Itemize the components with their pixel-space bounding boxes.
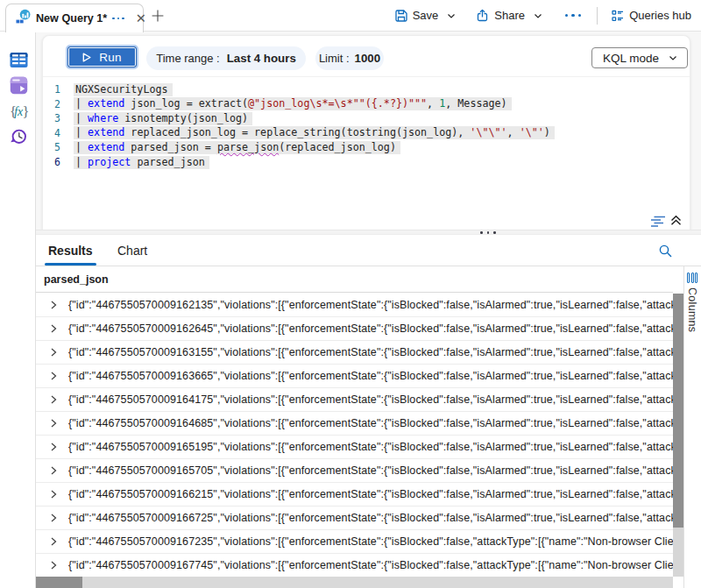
row-json-text: {"id":"4467550570009166215","violations"… <box>68 488 673 500</box>
line-number: 2 <box>43 98 60 110</box>
expand-row-icon[interactable] <box>49 419 58 428</box>
vertical-scrollbar-thumb[interactable] <box>673 294 683 528</box>
tab-results[interactable]: Results <box>48 235 93 266</box>
horizontal-scrollbar-thumb[interactable] <box>36 577 82 588</box>
row-json-text: {"id":"4467550570009167745","violations"… <box>68 559 673 571</box>
columns-icon <box>687 273 697 283</box>
expand-row-icon[interactable] <box>49 514 58 522</box>
result-row-9[interactable]: {"id":"4467550570009166215","violations"… <box>36 483 673 507</box>
editor-line-3: 3| where isnotempty(json_log) <box>43 111 690 126</box>
result-row-6[interactable]: {"id":"4467550570009164685","violations"… <box>36 412 673 436</box>
expand-row-icon[interactable] <box>49 490 58 499</box>
row-json-text: {"id":"4467550570009166725","violations"… <box>68 512 673 524</box>
code-line: | project parsed_json <box>74 156 209 169</box>
query-mode-select[interactable]: KQL mode <box>591 47 688 68</box>
result-row-2[interactable]: {"id":"4467550570009162645","violations"… <box>36 317 673 341</box>
code-line: | extend json_log = extract(@"json_log\s… <box>74 97 512 110</box>
result-row-3[interactable]: {"id":"4467550570009163155","violations"… <box>36 341 673 365</box>
run-button[interactable]: Run <box>67 46 137 67</box>
editor-line-2: 2| extend json_log = extract(@"json_log\… <box>43 96 690 111</box>
result-row-11[interactable]: {"id":"4467550570009167235","violations"… <box>36 530 673 554</box>
active-tab-indicator <box>45 263 96 266</box>
svg-text:}: } <box>23 103 29 120</box>
query-editor[interactable]: 1NGXSecurityLogs2| extend json_log = ext… <box>43 77 690 230</box>
vertical-scrollbar[interactable] <box>673 294 683 577</box>
columns-panel-label: Columns <box>686 287 698 332</box>
queries-icon[interactable] <box>7 74 30 96</box>
code-line: | where isnotempty(json_log) <box>74 112 253 125</box>
result-row-12[interactable]: {"id":"4467550570009167745","violations"… <box>36 554 673 577</box>
left-rail: { fx } <box>0 32 35 588</box>
query-tab[interactable]: New Query 1* ✕ <box>5 4 144 32</box>
tab-bar: New Query 1* ✕ Save <box>0 0 701 32</box>
row-json-text: {"id":"4467550570009162645","violations"… <box>68 322 673 335</box>
expand-row-icon[interactable] <box>49 537 58 546</box>
code-line: NGXSecurityLogs <box>74 83 173 96</box>
save-chevron-icon <box>446 11 457 21</box>
limit-picker[interactable]: Limit : 1000 <box>315 46 384 70</box>
row-json-text: {"id":"4467550570009165705","violations"… <box>68 464 673 477</box>
editor-line-4: 4| extend replaced_json_log = replace_st… <box>43 125 690 140</box>
queries-hub-icon <box>611 9 625 23</box>
row-json-text: {"id":"4467550570009165195","violations"… <box>68 441 673 453</box>
line-number: 5 <box>43 141 60 153</box>
column-header-parsed-json[interactable]: parsed_json <box>36 267 673 293</box>
share-chevron-icon <box>533 11 543 21</box>
history-icon[interactable] <box>7 125 30 148</box>
functions-icon[interactable]: { fx } <box>7 100 30 123</box>
tab-title: New Query 1* <box>36 12 107 25</box>
expand-row-icon[interactable] <box>49 301 58 309</box>
result-row-1[interactable]: {"id":"4467550570009162135","violations"… <box>36 294 673 317</box>
row-json-text: {"id":"4467550570009167235","violations"… <box>68 535 673 548</box>
result-row-5[interactable]: {"id":"4467550570009164175","violations"… <box>36 388 673 412</box>
results-tab-bar: Results Chart <box>36 235 701 266</box>
row-json-text: {"id":"4467550570009164175","violations"… <box>68 393 673 406</box>
result-row-8[interactable]: {"id":"4467550570009165705","violations"… <box>36 459 673 483</box>
columns-side-panel[interactable]: Columns <box>684 266 701 588</box>
save-button[interactable]: Save <box>385 0 467 31</box>
share-button[interactable]: Share <box>466 0 553 31</box>
editor-line-5: 5| extend parsed_json = parse_json(repla… <box>43 140 690 155</box>
code-line: | extend replaced_json_log = replace_str… <box>74 126 555 139</box>
command-bar: Save Share <box>385 0 701 31</box>
command-divider <box>597 7 598 25</box>
tables-icon[interactable] <box>7 48 30 71</box>
mode-chevron-icon <box>668 53 678 63</box>
tab-more-icon[interactable] <box>112 18 124 20</box>
tab-chart[interactable]: Chart <box>117 235 147 266</box>
line-number: 3 <box>43 112 60 124</box>
search-results-icon[interactable] <box>658 244 673 262</box>
line-number: 1 <box>43 83 60 96</box>
expand-row-icon[interactable] <box>49 324 58 333</box>
more-commands-button[interactable] <box>553 14 593 17</box>
code-line: | extend parsed_json = parse_json(replac… <box>74 141 400 154</box>
horizontal-scrollbar[interactable] <box>36 577 673 588</box>
editor-line-6: 6| project parsed_json <box>43 155 690 170</box>
expand-row-icon[interactable] <box>49 466 58 475</box>
queries-hub-button[interactable]: Queries hub <box>601 0 701 31</box>
time-range-picker[interactable]: Time range : Last 4 hours <box>146 46 306 70</box>
row-json-text: {"id":"4467550570009164685","violations"… <box>68 417 673 429</box>
expand-row-icon[interactable] <box>49 443 58 451</box>
result-row-10[interactable]: {"id":"4467550570009166725","violations"… <box>36 507 673 530</box>
row-json-text: {"id":"4467550570009163155","violations"… <box>68 346 673 358</box>
expand-row-icon[interactable] <box>49 372 58 380</box>
query-toolbar: Run Time range : Last 4 hours Limit : 10… <box>43 36 690 77</box>
line-number: 6 <box>43 156 60 168</box>
play-icon <box>82 53 91 62</box>
expand-row-icon[interactable] <box>49 561 58 570</box>
editor-line-1: 1NGXSecurityLogs <box>43 82 690 97</box>
query-pane: Run Time range : Last 4 hours Limit : 10… <box>42 35 690 230</box>
query-format-icon[interactable] <box>650 215 666 230</box>
new-tab-button[interactable] <box>151 9 164 22</box>
collapse-editor-icon[interactable] <box>669 214 683 230</box>
expand-row-icon[interactable] <box>49 348 58 357</box>
row-json-text: {"id":"4467550570009163665","violations"… <box>68 370 673 382</box>
result-row-4[interactable]: {"id":"4467550570009163665","violations"… <box>36 365 673 388</box>
tab-close-icon[interactable]: ✕ <box>136 12 146 25</box>
results-panel: Results Chart parsed_json {"id":"4467550… <box>36 235 701 588</box>
line-number: 4 <box>43 127 60 139</box>
resize-grip-icon <box>480 231 496 234</box>
result-row-7[interactable]: {"id":"4467550570009165195","violations"… <box>36 436 673 459</box>
expand-row-icon[interactable] <box>49 395 58 404</box>
